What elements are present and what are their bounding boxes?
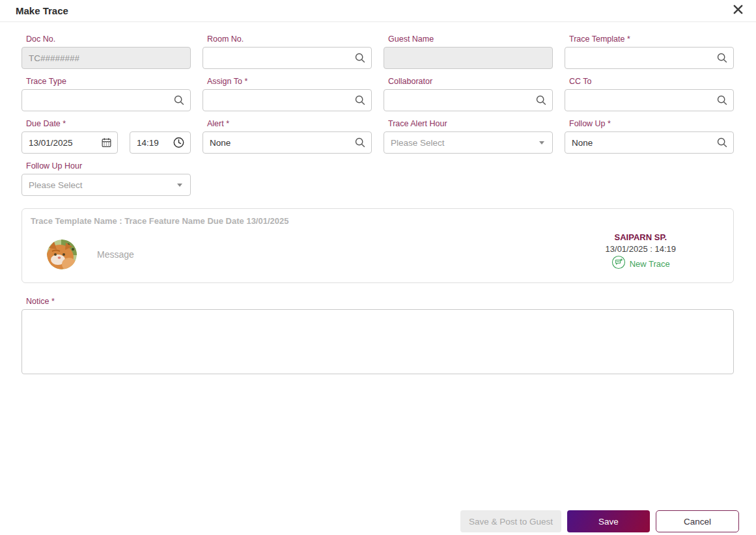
search-icon[interactable]	[716, 137, 728, 148]
form-row-4: Follow Up Hour Please Select	[21, 161, 734, 196]
cancel-button[interactable]: Cancel	[656, 510, 739, 532]
alert-group: Alert *	[203, 119, 372, 154]
search-icon[interactable]	[354, 52, 366, 64]
follow-up-hour-group: Follow Up Hour Please Select	[21, 161, 191, 196]
collaborator-label: Collaborator	[388, 77, 553, 86]
notice-textarea[interactable]	[21, 309, 734, 374]
trace-preview-panel: Trace Template Name : Trace Feature Name…	[21, 208, 734, 283]
form-row-2: Trace Type Assign To * Collaborator	[21, 77, 734, 111]
follow-up-hour-select[interactable]: Please Select	[21, 174, 191, 196]
dialog-header: Make Trace	[0, 0, 756, 22]
alert-field[interactable]	[203, 131, 372, 154]
room-no-label: Room No.	[207, 34, 372, 44]
assign-to-field[interactable]	[203, 89, 372, 111]
cc-to-field[interactable]	[565, 89, 734, 111]
message-input[interactable]: Message	[97, 249, 606, 260]
new-trace-action[interactable]: New Trace	[606, 255, 676, 272]
follow-up-field[interactable]	[565, 131, 734, 154]
trace-preview-body: Message SAIPARN SP. 13/01/2025 : 14:19 N…	[31, 236, 733, 272]
trace-type-label: Trace Type	[26, 77, 191, 86]
assign-to-label: Assign To *	[207, 77, 372, 86]
trace-alert-hour-placeholder: Please Select	[391, 138, 445, 148]
save-post-to-guest-button: Save & Post to Guest	[460, 510, 561, 532]
avatar	[47, 240, 77, 269]
trace-alert-hour-group: Trace Alert Hour Please Select	[384, 119, 553, 154]
trace-template-label: Trace Template *	[569, 34, 734, 44]
alert-label: Alert *	[207, 119, 372, 128]
save-button[interactable]: Save	[567, 510, 650, 532]
new-trace-icon	[611, 255, 626, 272]
notice-area: Notice *	[0, 283, 756, 377]
doc-no-group: Doc No.	[21, 34, 191, 69]
follow-up-label: Follow Up *	[569, 119, 734, 128]
dialog-title: Make Trace	[16, 5, 68, 16]
room-no-field[interactable]	[203, 47, 372, 69]
close-button[interactable]	[732, 3, 744, 18]
search-icon[interactable]	[173, 94, 185, 106]
form-row-3: Due Date *	[21, 119, 734, 154]
assign-to-group: Assign To *	[203, 77, 372, 111]
trace-template-field[interactable]	[565, 47, 734, 69]
follow-up-hour-placeholder: Please Select	[29, 180, 83, 190]
due-date-label: Due Date *	[26, 119, 191, 128]
cc-to-group: CC To	[565, 77, 734, 111]
search-icon[interactable]	[354, 94, 366, 106]
chevron-down-icon	[177, 184, 182, 187]
cc-to-label: CC To	[569, 77, 734, 86]
follow-up-group: Follow Up *	[565, 119, 734, 154]
trace-author: SAIPARN SP.	[606, 232, 676, 242]
room-no-group: Room No.	[203, 34, 372, 69]
trace-alert-hour-label: Trace Alert Hour	[388, 119, 553, 128]
clock-icon[interactable]	[173, 137, 185, 149]
notice-label: Notice *	[26, 297, 734, 306]
form-area: Doc No. Room No. Guest Name Trace Templa…	[0, 22, 756, 196]
trace-alert-hour-select[interactable]: Please Select	[384, 131, 553, 154]
search-icon[interactable]	[354, 137, 366, 148]
search-icon[interactable]	[716, 52, 728, 64]
guest-name-field	[384, 47, 553, 69]
trace-preview-header: Trace Template Name : Trace Feature Name…	[31, 216, 733, 226]
trace-type-group: Trace Type	[21, 77, 191, 111]
trace-type-field[interactable]	[21, 89, 191, 111]
guest-name-label: Guest Name	[388, 34, 553, 44]
due-date-group: Due Date *	[21, 119, 191, 154]
new-trace-label: New Trace	[630, 259, 670, 269]
calendar-icon[interactable]	[101, 137, 112, 148]
collaborator-group: Collaborator	[384, 77, 553, 111]
form-row-1: Doc No. Room No. Guest Name Trace Templa…	[21, 34, 734, 69]
follow-up-hour-label: Follow Up Hour	[26, 161, 191, 171]
collaborator-field[interactable]	[384, 89, 553, 111]
trace-meta: SAIPARN SP. 13/01/2025 : 14:19 New Trace	[606, 232, 676, 272]
trace-template-group: Trace Template *	[565, 34, 734, 69]
due-time-box	[130, 131, 191, 154]
search-icon[interactable]	[716, 94, 728, 106]
chevron-down-icon	[539, 141, 544, 144]
close-icon	[732, 3, 744, 18]
due-date-box	[21, 131, 118, 154]
doc-no-label: Doc No.	[26, 34, 191, 44]
footer-bar: Save & Post to Guest Save Cancel	[460, 510, 739, 532]
search-icon[interactable]	[535, 94, 547, 106]
doc-no-field	[21, 47, 191, 69]
guest-name-group: Guest Name	[384, 34, 553, 69]
trace-timestamp: 13/01/2025 : 14:19	[606, 244, 676, 254]
